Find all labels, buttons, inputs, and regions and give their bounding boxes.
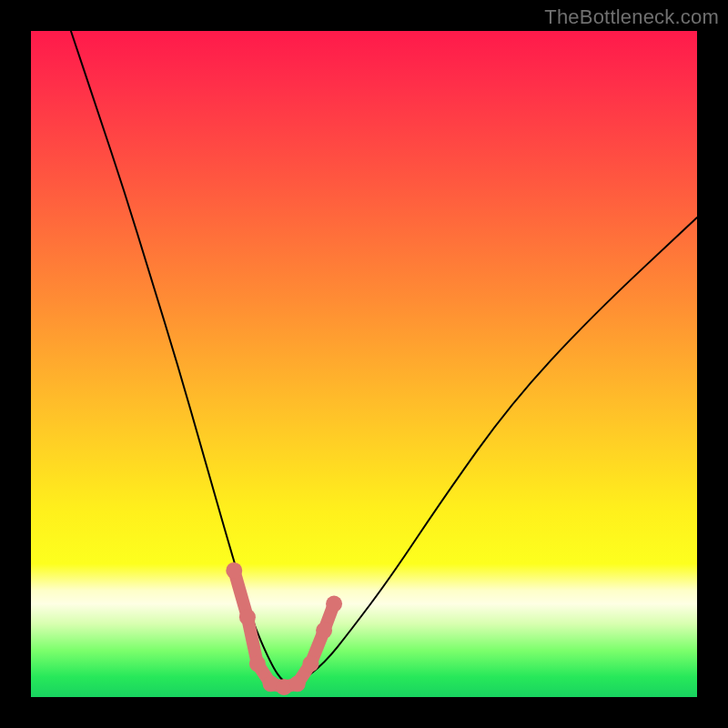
curve-layer [31, 31, 697, 697]
chart-frame: TheBottleneck.com [0, 0, 728, 728]
watermark-text: TheBottleneck.com [544, 5, 719, 29]
marker-dot [249, 655, 266, 672]
marker-dot [326, 596, 342, 612]
marker-group [226, 562, 342, 695]
marker-dot [289, 675, 306, 692]
marker-dot [239, 609, 256, 625]
plot-area [31, 31, 697, 697]
marker-dot [316, 622, 332, 639]
marker-dot [226, 562, 242, 579]
bottleneck-curve [71, 31, 697, 683]
marker-dot [302, 655, 318, 672]
